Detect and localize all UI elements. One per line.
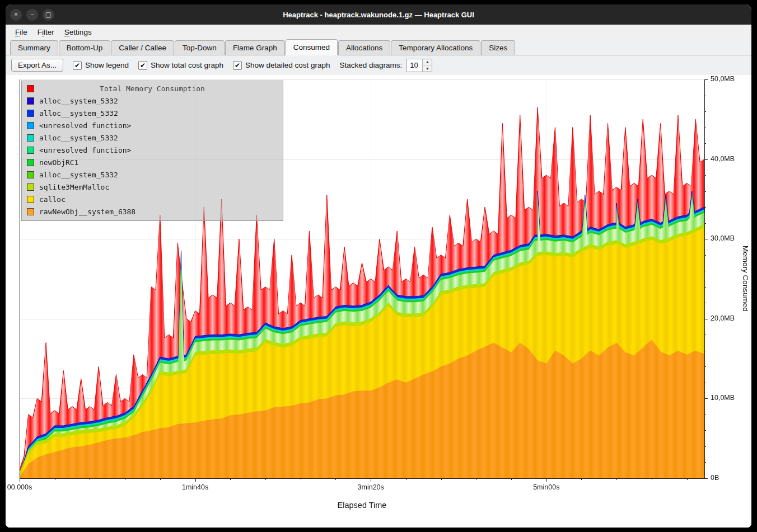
legend-item: newObjRC1 xyxy=(22,156,283,168)
chart-legend: Total Memory Consumption alloc__system_5… xyxy=(21,81,283,221)
menu-filter[interactable]: Filter xyxy=(32,26,59,38)
legend-label: alloc__system_5332 xyxy=(39,97,118,105)
menu-bar: FileFilterSettings xyxy=(6,25,751,39)
tab-caller-callee[interactable]: Caller / Callee xyxy=(111,40,174,55)
checkbox-show-detailed-cost-graph[interactable]: ✔Show detailed cost graph xyxy=(233,61,330,70)
x-axis-tick-label: 3min20s xyxy=(345,483,396,491)
checkbox-box[interactable]: ✔ xyxy=(233,61,242,70)
consumed-chart-area: Total Memory Consumption alloc__system_5… xyxy=(6,75,751,528)
legend-swatch xyxy=(27,122,34,129)
checkbox-label: Show detailed cost graph xyxy=(245,61,330,69)
legend-title-row: Total Memory Consumption xyxy=(22,82,283,95)
checkbox-box[interactable]: ✔ xyxy=(138,61,147,70)
minimize-button[interactable]: − xyxy=(26,9,38,21)
legend-swatch xyxy=(27,134,34,142)
legend-item: alloc__system_5332 xyxy=(22,168,283,181)
legend-label: calloc xyxy=(39,195,66,204)
legend-item: <unresolved function> xyxy=(22,144,283,156)
maximize-button[interactable]: ▢ xyxy=(43,9,54,21)
checkbox-show-legend[interactable]: ✔Show legend xyxy=(73,61,129,70)
legend-label: <unresolved function> xyxy=(39,146,131,154)
tab-temporary-allocations[interactable]: Temporary Allocations xyxy=(391,40,480,55)
tab-sizes[interactable]: Sizes xyxy=(481,40,515,55)
legend-swatch xyxy=(27,196,34,203)
tab-summary[interactable]: Summary xyxy=(10,40,58,55)
stacked-diagrams-control: Stacked diagrams: 10 ▲ ▼ xyxy=(340,59,433,72)
legend-label: alloc__system_5332 xyxy=(39,109,118,117)
checkbox-label: Show total cost graph xyxy=(151,61,223,69)
menu-settings[interactable]: Settings xyxy=(59,26,97,38)
stacked-diagrams-label: Stacked diagrams: xyxy=(340,61,403,69)
spin-up-icon[interactable]: ▲ xyxy=(423,59,432,66)
legend-title: Total Memory Consumption xyxy=(100,84,205,93)
export-as-button[interactable]: Export As... xyxy=(11,59,63,72)
tab-bar: SummaryBottom-UpCaller / CalleeTop-DownF… xyxy=(6,39,751,55)
y-axis-tick-label: 0B xyxy=(711,474,719,482)
close-icon: × xyxy=(14,11,18,18)
legend-swatch xyxy=(27,171,34,178)
x-axis-tick-label: 1min40s xyxy=(170,483,221,491)
legend-label: newObjRC1 xyxy=(39,158,78,167)
close-button[interactable]: × xyxy=(10,9,22,21)
y-axis-title: Memory Consumed xyxy=(741,246,750,312)
legend-label: <unresolved function> xyxy=(39,121,131,130)
legend-item: alloc__system_5332 xyxy=(22,131,283,144)
legend-swatch xyxy=(27,208,34,215)
toolbar-checkboxes: ✔Show legend✔Show total cost graph✔Show … xyxy=(73,61,330,70)
legend-label: alloc__system_5332 xyxy=(39,134,118,142)
title-bar[interactable]: × − ▢ Heaptrack - heaptrack.wakunode.1.g… xyxy=(6,4,751,25)
legend-item: alloc__system_5332 xyxy=(22,107,283,119)
legend-label: alloc__system_5332 xyxy=(39,171,118,179)
y-axis-tick-label: 20,0MB xyxy=(711,314,735,322)
legend-item: calloc xyxy=(22,193,283,205)
checkbox-show-total-cost-graph[interactable]: ✔Show total cost graph xyxy=(138,61,223,70)
checkbox-box[interactable]: ✔ xyxy=(73,61,82,70)
spin-down-icon[interactable]: ▼ xyxy=(423,65,432,72)
legend-swatch xyxy=(27,183,34,191)
legend-item: rawNewObj__system_6388 xyxy=(22,205,283,218)
toolbar: Export As... ✔Show legend✔Show total cos… xyxy=(6,55,751,75)
legend-label: rawNewObj__system_6388 xyxy=(39,208,135,216)
x-axis-title: Elapsed Time xyxy=(20,501,704,510)
y-axis-tick-label: 50,0MB xyxy=(711,75,735,83)
y-axis-tick-label: 40,0MB xyxy=(711,155,735,163)
app-window: × − ▢ Heaptrack - heaptrack.wakunode.1.g… xyxy=(6,4,751,528)
tab-top-down[interactable]: Top-Down xyxy=(175,40,225,55)
spin-buttons: ▲ ▼ xyxy=(422,59,432,72)
legend-item: sqlite3MemMalloc xyxy=(22,181,283,193)
checkbox-label: Show legend xyxy=(85,61,129,69)
stacked-diagrams-value[interactable]: 10 xyxy=(406,59,422,72)
maximize-icon: ▢ xyxy=(45,11,52,18)
legend-title-swatch xyxy=(27,85,34,92)
tab-flame-graph[interactable]: Flame Graph xyxy=(225,40,285,55)
tab-allocations[interactable]: Allocations xyxy=(338,40,390,55)
x-axis-tick-label: 00.000s xyxy=(6,483,45,491)
legend-swatch xyxy=(27,159,34,166)
legend-swatch xyxy=(27,97,34,105)
tab-bottom-up[interactable]: Bottom-Up xyxy=(59,40,111,55)
menu-file[interactable]: File xyxy=(10,26,32,38)
legend-item: alloc__system_5332 xyxy=(22,95,283,107)
window-title: Heaptrack - heaptrack.wakunode.1.gz — He… xyxy=(6,11,751,19)
stacked-diagrams-spinbox[interactable]: 10 ▲ ▼ xyxy=(406,59,432,72)
legend-swatch xyxy=(27,110,34,117)
tab-consumed[interactable]: Consumed xyxy=(286,39,338,55)
legend-label: sqlite3MemMalloc xyxy=(39,183,109,191)
y-axis-tick-label: 30,0MB xyxy=(711,234,735,242)
x-axis-tick-label: 5min00s xyxy=(521,483,572,491)
legend-item: <unresolved function> xyxy=(22,119,283,131)
minimize-icon: − xyxy=(30,11,34,18)
y-axis-tick-label: 10,0MB xyxy=(711,394,735,402)
legend-items: alloc__system_5332alloc__system_5332<unr… xyxy=(22,95,283,218)
legend-swatch xyxy=(27,147,34,154)
